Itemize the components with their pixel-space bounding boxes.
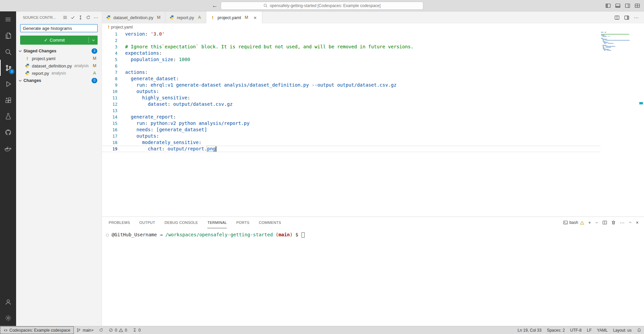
customize-layout-button[interactable] <box>635 3 640 8</box>
activity-extensions[interactable] <box>0 92 16 108</box>
commit-button[interactable]: ✓ Commit <box>20 36 98 45</box>
line-number: 16 <box>102 127 117 133</box>
ports-status-item[interactable]: 0 <box>130 326 144 334</box>
minimap-token <box>606 50 607 51</box>
panel-tab-terminal[interactable]: TERMINAL <box>207 217 227 228</box>
python-file-icon <box>169 15 174 20</box>
activity-bar: 3 <box>0 11 16 326</box>
remote-indicator[interactable]: Codespaces: Example codespace <box>0 326 74 334</box>
kill-terminal-button[interactable] <box>611 220 616 225</box>
keyboard-layout-item[interactable]: Layout: us <box>610 326 634 334</box>
encoding-item[interactable]: UTF-8 <box>568 326 584 334</box>
branch-status-item[interactable]: main+ <box>74 326 96 334</box>
editor-pane[interactable]: 1version: '3.0'23# Ignore this`expectati… <box>102 31 644 217</box>
close-panel-button[interactable]: × <box>636 220 639 225</box>
language-mode-item[interactable]: YAML <box>594 326 610 334</box>
activity-source-control[interactable]: 3 <box>0 60 16 76</box>
terminal-icon <box>563 220 568 225</box>
code-token: : <box>145 69 148 75</box>
panel-tab-debug-console[interactable]: DEBUG CONSOLE <box>165 217 198 228</box>
tab-project.yaml[interactable]: !project.yamlM× <box>206 11 262 23</box>
git-status-letter: M <box>92 63 97 68</box>
activity-explorer[interactable] <box>0 28 16 44</box>
minimap-token <box>603 49 609 50</box>
view-as-list-button[interactable] <box>63 15 67 20</box>
back-button[interactable]: ← <box>212 2 218 9</box>
activity-run-debug[interactable] <box>0 76 16 92</box>
line-number: 2 <box>102 37 117 44</box>
minimap[interactable] <box>601 32 633 51</box>
activity-github[interactable] <box>0 124 16 140</box>
line-text <box>117 37 125 44</box>
minimap-token <box>601 48 602 49</box>
sync-status-item[interactable] <box>96 326 106 334</box>
notifications-bell[interactable] <box>634 326 644 334</box>
scm-section-changes[interactable]: Changes0 <box>16 77 102 84</box>
minimap-token <box>601 34 629 35</box>
code-line: 16 needs: [generate_dataset] <box>102 127 600 133</box>
scm-section-staged-changes[interactable]: Staged Changes3 <box>16 47 102 55</box>
terminal-shell-item[interactable]: bash <box>563 220 584 225</box>
close-icon[interactable]: × <box>253 15 258 20</box>
line-text: expectations: <box>117 50 162 56</box>
scm-commit-button[interactable] <box>70 15 75 20</box>
split-terminal-button[interactable] <box>602 220 607 225</box>
minimap-line <box>601 44 633 45</box>
activity-accounts[interactable] <box>0 294 16 310</box>
scm-file-row[interactable]: dataset_definition.pyanalysisM <box>16 62 102 69</box>
activity-search[interactable] <box>0 44 16 60</box>
maximize-panel-button[interactable] <box>629 221 632 224</box>
code-token: '3.0' <box>151 31 165 37</box>
panel-tab-ports[interactable]: PORTS <box>236 217 249 228</box>
section-label: Changes <box>23 78 41 83</box>
refresh-button[interactable] <box>86 15 91 20</box>
minimap-line <box>601 32 633 33</box>
cursor-position-item[interactable]: Ln 19, Col 33 <box>515 326 544 334</box>
command-center-search[interactable]: opensafely-getting-started [Codespaces: … <box>221 2 423 10</box>
panel-tab-comments[interactable]: COMMENTS <box>259 217 281 228</box>
minimap-token <box>605 46 615 47</box>
tab-dataset_definition.py[interactable]: dataset_definition.pyM <box>102 11 165 23</box>
toggle-sidebar-button[interactable] <box>605 3 611 8</box>
minimap-token <box>605 40 629 41</box>
panel-tab-output[interactable]: OUTPUT <box>140 217 155 228</box>
code-token <box>125 89 137 94</box>
scm-graph-button[interactable] <box>78 15 83 20</box>
commit-message-input[interactable] <box>20 24 98 32</box>
code-token <box>125 57 131 62</box>
minimap-line <box>601 40 633 41</box>
breadcrumb[interactable]: ! project.yaml <box>102 23 644 31</box>
code-line: 2 <box>102 37 600 44</box>
split-editor-button[interactable] <box>614 15 620 20</box>
panel-tab-problems[interactable]: PROBLEMS <box>109 217 130 228</box>
terminal-dropdown-button[interactable] <box>595 221 598 224</box>
beaker-icon <box>5 113 12 120</box>
scm-count-badge: 3 <box>9 69 14 74</box>
breadcrumb-file: project.yaml <box>111 25 133 30</box>
new-terminal-button[interactable]: + <box>588 220 591 225</box>
minimap-token <box>601 50 603 51</box>
toggle-secondary-sidebar-button[interactable] <box>625 3 630 8</box>
minimap-line <box>601 49 633 50</box>
errors-icon <box>109 328 113 332</box>
activity-docker[interactable] <box>0 140 16 156</box>
menu-button[interactable] <box>0 11 16 28</box>
terminal-view[interactable]: ○ @GitHub_Username → /workspaces/opensaf… <box>102 228 644 326</box>
line-text: generate_dataset: <box>117 76 179 82</box>
code-token: : <box>159 50 162 56</box>
problems-status-item[interactable]: 0 0 <box>106 326 129 334</box>
editor-more-actions-button[interactable]: ··· <box>634 15 639 20</box>
minimap-token <box>601 39 602 40</box>
activity-testing[interactable] <box>0 108 16 124</box>
more-actions-button[interactable]: ··· <box>94 15 98 20</box>
scm-file-row[interactable]: report.pyanalysisA <box>16 69 102 77</box>
activity-settings[interactable] <box>0 310 16 326</box>
commit-dropdown-button[interactable] <box>89 36 98 45</box>
eol-item[interactable]: LF <box>584 326 594 334</box>
toggle-editor-layout-button[interactable] <box>624 15 629 20</box>
indentation-item[interactable]: Spaces: 2 <box>544 326 567 334</box>
scm-file-row[interactable]: !project.yamlM <box>16 55 102 62</box>
panel-more-actions-button[interactable]: ··· <box>620 220 625 225</box>
toggle-panel-button[interactable] <box>615 3 621 8</box>
tab-report.py[interactable]: report.pyA <box>165 11 206 23</box>
